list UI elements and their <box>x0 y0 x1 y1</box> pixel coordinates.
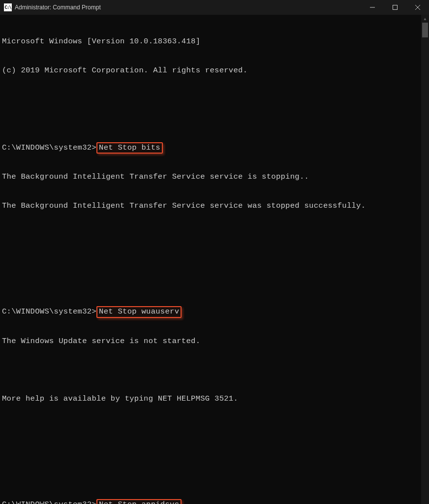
highlighted-command: Net Stop appidsvc <box>96 499 182 504</box>
terminal-output[interactable]: Microsoft Windows [Version 10.0.18363.41… <box>0 15 429 504</box>
terminal-client-area: Microsoft Windows [Version 10.0.18363.41… <box>0 15 429 504</box>
blank-line <box>2 365 429 375</box>
highlighted-command: Net Stop bits <box>96 142 163 154</box>
maximize-button[interactable] <box>384 0 406 15</box>
blank-line <box>2 230 429 240</box>
close-button[interactable] <box>406 0 429 15</box>
output-line: More help is available by typing NET HEL… <box>2 394 429 404</box>
window-title: Administrator: Command Prompt <box>15 4 101 11</box>
blank-line <box>2 423 429 433</box>
scroll-thumb[interactable] <box>422 23 428 37</box>
highlighted-command: Net Stop wuauserv <box>96 306 182 318</box>
blank-line <box>2 94 429 104</box>
prompt: C:\WINDOWS\system32> <box>2 500 96 504</box>
header-line: (c) 2019 Microsoft Corporation. All righ… <box>2 66 429 76</box>
scroll-up-icon[interactable]: ▲ <box>421 15 429 23</box>
prompt: C:\WINDOWS\system32> <box>2 143 96 152</box>
scrollbar[interactable]: ▲ <box>421 15 429 504</box>
output-line: The Background Intelligent Transfer Serv… <box>2 201 429 211</box>
output-line: The Background Intelligent Transfer Serv… <box>2 172 429 182</box>
svg-rect-0 <box>393 5 398 10</box>
app-icon: C:\ <box>4 3 12 11</box>
blank-line <box>2 452 429 462</box>
titlebar[interactable]: C:\ Administrator: Command Prompt <box>0 0 429 15</box>
blank-line <box>2 259 429 269</box>
output-line: The Windows Update service is not starte… <box>2 337 429 346</box>
minimize-button[interactable] <box>361 0 384 15</box>
prompt: C:\WINDOWS\system32> <box>2 307 96 316</box>
header-line: Microsoft Windows [Version 10.0.18363.41… <box>2 37 429 47</box>
